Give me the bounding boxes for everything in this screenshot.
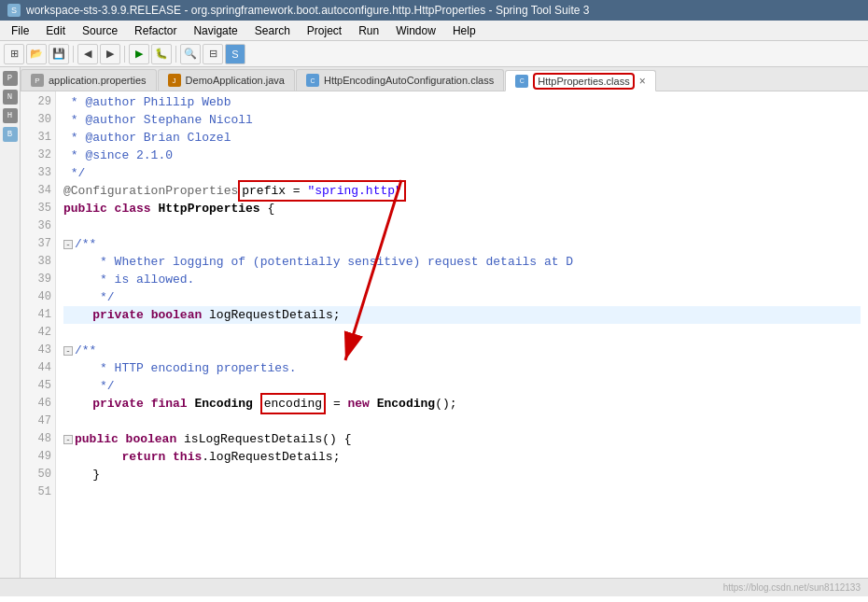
line-num-45: 45 bbox=[24, 377, 51, 395]
line-numbers: 29 30 31 32 33 34 35 36 37 38 39 40 41 4… bbox=[21, 91, 56, 578]
tab-application-properties[interactable]: P application.properties bbox=[21, 69, 157, 91]
code-39-text: * is allowed. bbox=[63, 271, 194, 288]
code-41-private: private bbox=[92, 306, 150, 324]
code-46-private: private bbox=[92, 395, 150, 413]
code-49-return bbox=[63, 448, 121, 466]
code-50-brace: } bbox=[63, 466, 100, 483]
code-45-text: */ bbox=[63, 377, 115, 395]
toolbar-boot[interactable]: S bbox=[225, 44, 245, 64]
code-46-parens: (); bbox=[435, 395, 456, 413]
menu-file[interactable]: File bbox=[4, 22, 36, 39]
line-num-49: 49 bbox=[24, 448, 51, 466]
code-34-redbox: prefix = "spring.http" bbox=[238, 180, 406, 202]
code-34-string: "spring.http" bbox=[307, 184, 401, 198]
code-line-37: -/** bbox=[63, 235, 861, 253]
toolbar-forward[interactable]: ▶ bbox=[100, 44, 120, 64]
code-48-method: isLogRequestDetails() { bbox=[184, 430, 351, 448]
code-line-46: private final Encoding encoding = new En… bbox=[63, 395, 861, 413]
code-line-42 bbox=[63, 324, 861, 342]
code-48-boolean: boolean bbox=[126, 430, 184, 448]
line-num-46: 46 bbox=[24, 395, 51, 413]
menu-source[interactable]: Source bbox=[75, 22, 125, 39]
line-num-50: 50 bbox=[24, 466, 51, 483]
toolbar-run[interactable]: ▶ bbox=[129, 44, 149, 64]
toolbar-save[interactable]: 💾 bbox=[49, 44, 69, 64]
code-line-35: public class HttpProperties { bbox=[63, 200, 861, 217]
code-34-prefix-kw: prefix = bbox=[242, 184, 307, 198]
tab-icon-class1: C bbox=[306, 74, 319, 87]
code-line-36 bbox=[63, 217, 861, 235]
code-49-return-kw: return bbox=[121, 448, 173, 466]
toolbar-open[interactable]: 📂 bbox=[26, 44, 47, 64]
code-35-classname: HttpProperties bbox=[158, 200, 267, 217]
code-line-40: */ bbox=[63, 288, 861, 306]
code-line-50: } bbox=[63, 466, 861, 483]
code-line-34: @ConfigurationPropertiesprefix = "spring… bbox=[63, 182, 861, 200]
code-line-49: return this.logRequestDetails; bbox=[63, 448, 861, 466]
menu-project[interactable]: Project bbox=[300, 22, 349, 39]
gutter-bean[interactable]: B bbox=[3, 127, 18, 142]
toolbar-new[interactable]: ⊞ bbox=[4, 44, 24, 64]
code-38-text: * Whether logging of (potentially sensit… bbox=[63, 253, 573, 271]
line-num-47: 47 bbox=[24, 413, 51, 430]
title-bar: S workspace-sts-3.9.9.RELEASE - org.spri… bbox=[0, 0, 868, 21]
tab-close-http-properties[interactable]: × bbox=[639, 75, 646, 88]
fold-icon-43[interactable]: - bbox=[63, 346, 73, 356]
menu-search[interactable]: Search bbox=[247, 22, 298, 39]
code-line-45: */ bbox=[63, 377, 861, 395]
fold-icon-48[interactable]: - bbox=[63, 435, 73, 444]
toolbar-console[interactable]: ⊟ bbox=[203, 44, 223, 64]
line-num-41: 41 bbox=[24, 306, 51, 324]
code-33-text: */ bbox=[63, 164, 85, 182]
gutter-pkg[interactable]: P bbox=[3, 71, 18, 86]
menu-bar: File Edit Source Refactor Navigate Searc… bbox=[0, 21, 868, 41]
tab-label-http-encoding: HttpEncodingAutoConfiguration.class bbox=[324, 75, 494, 86]
line-num-29: 29 bbox=[24, 93, 51, 111]
code-line-29: * @author Phillip Webb bbox=[63, 93, 861, 111]
code-41-boolean: boolean bbox=[151, 306, 209, 324]
editor-container: P application.properties J DemoApplicati… bbox=[21, 67, 868, 578]
code-46-encoding-new: Encoding bbox=[377, 395, 435, 413]
title-text: workspace-sts-3.9.9.RELEASE - org.spring… bbox=[26, 4, 589, 17]
line-num-43: 43 bbox=[24, 342, 51, 359]
menu-refactor[interactable]: Refactor bbox=[127, 22, 184, 39]
menu-window[interactable]: Window bbox=[388, 22, 443, 39]
menu-help[interactable]: Help bbox=[445, 22, 483, 39]
line-num-31: 31 bbox=[24, 129, 51, 147]
code-48-public: public bbox=[75, 430, 126, 448]
tab-http-encoding-auto[interactable]: C HttpEncodingAutoConfiguration.class bbox=[296, 69, 504, 91]
menu-run[interactable]: Run bbox=[351, 22, 386, 39]
line-num-30: 30 bbox=[24, 111, 51, 129]
app-icon: S bbox=[7, 4, 21, 17]
tab-demo-application[interactable]: J DemoApplication.java bbox=[158, 69, 295, 91]
line-num-38: 38 bbox=[24, 253, 51, 271]
menu-edit[interactable]: Edit bbox=[38, 22, 73, 39]
code-46-new: new bbox=[348, 395, 377, 413]
gutter-nav[interactable]: N bbox=[3, 90, 18, 105]
line-num-51: 51 bbox=[24, 483, 51, 501]
code-line-51 bbox=[63, 483, 861, 501]
menu-navigate[interactable]: Navigate bbox=[186, 22, 245, 39]
toolbar-sep1 bbox=[73, 46, 74, 63]
gutter-hier[interactable]: H bbox=[3, 108, 18, 123]
line-num-36: 36 bbox=[24, 217, 51, 235]
line-num-37: 37 bbox=[24, 235, 51, 253]
toolbar-search[interactable]: 🔍 bbox=[180, 44, 201, 64]
code-46-encoding-var: encoding bbox=[264, 397, 322, 411]
code-content: * @author Phillip Webb * @author Stephan… bbox=[56, 91, 868, 578]
code-line-30: * @author Stephane Nicoll bbox=[63, 111, 861, 129]
code-30-text: * @author Stephane Nicoll bbox=[63, 111, 253, 129]
code-46-rest: = bbox=[326, 395, 347, 413]
tab-bar: P application.properties J DemoApplicati… bbox=[21, 67, 868, 91]
code-31-text: * @author Brian Clozel bbox=[63, 129, 231, 147]
tab-http-properties[interactable]: C HttpProperties.class × bbox=[505, 70, 655, 91]
toolbar-back[interactable]: ◀ bbox=[77, 44, 98, 64]
code-40-text: */ bbox=[63, 288, 115, 306]
toolbar-sep2 bbox=[124, 46, 125, 63]
fold-icon-37[interactable]: - bbox=[63, 240, 73, 249]
toolbar-debug[interactable]: 🐛 bbox=[151, 44, 172, 64]
code-46-encoding-class: Encoding bbox=[194, 395, 259, 413]
code-41-indent bbox=[63, 306, 92, 324]
line-num-44: 44 bbox=[24, 359, 51, 377]
line-num-39: 39 bbox=[24, 271, 51, 288]
